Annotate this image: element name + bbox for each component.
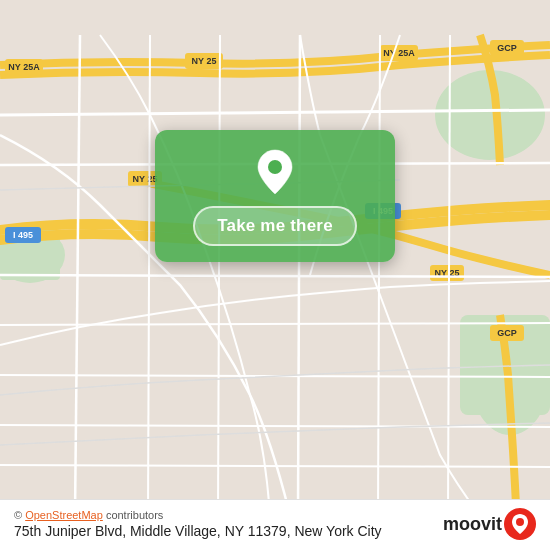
address-text: 75th Juniper Blvd, Middle Village, NY 11…	[14, 523, 382, 539]
bottom-info: © OpenStreetMap contributors 75th Junipe…	[14, 509, 382, 539]
location-card: Take me there	[155, 130, 395, 262]
svg-text:NY 25: NY 25	[133, 174, 158, 184]
svg-text:NY 25: NY 25	[192, 56, 217, 66]
take-me-there-button[interactable]: Take me there	[193, 206, 357, 246]
location-pin-icon	[255, 148, 295, 196]
svg-text:I 495: I 495	[13, 230, 33, 240]
bottom-bar: © OpenStreetMap contributors 75th Junipe…	[0, 499, 550, 550]
svg-text:NY 25A: NY 25A	[383, 48, 415, 58]
osm-credit: © OpenStreetMap contributors	[14, 509, 382, 521]
moovit-logo: moovit	[443, 508, 536, 540]
moovit-wordmark: moovit	[443, 514, 502, 535]
svg-text:GCP: GCP	[497, 43, 517, 53]
svg-point-39	[516, 518, 524, 526]
svg-text:GCP: GCP	[497, 328, 517, 338]
svg-text:NY 25A: NY 25A	[8, 62, 40, 72]
map-container: I 495 I 495 NY 25A NY 25A NY 25 NY 25 NY…	[0, 0, 550, 550]
svg-point-37	[268, 160, 282, 174]
map-background: I 495 I 495 NY 25A NY 25A NY 25 NY 25 NY…	[0, 0, 550, 550]
moovit-logo-icon	[504, 508, 536, 540]
